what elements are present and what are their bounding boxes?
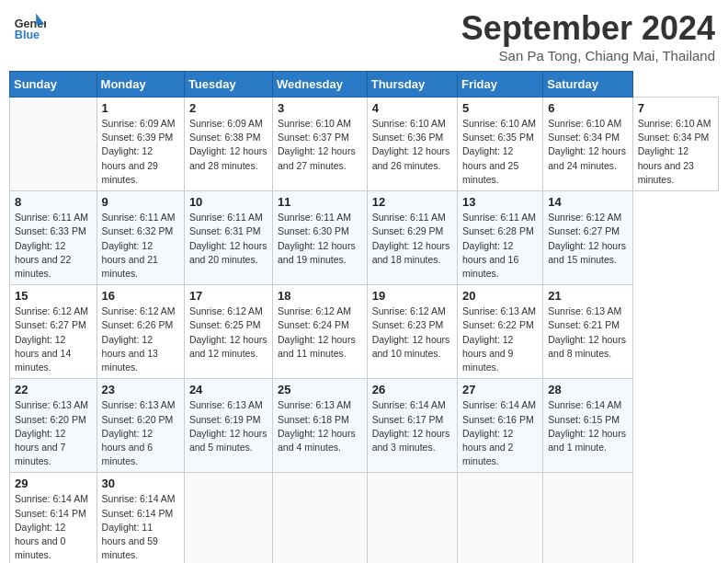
day-info: Sunrise: 6:11 AM Sunset: 6:32 PM Dayligh… xyxy=(102,211,179,281)
day-info: Sunrise: 6:12 AM Sunset: 6:25 PM Dayligh… xyxy=(189,304,267,361)
day-number: 27 xyxy=(462,383,538,396)
weekday-header: Thursday xyxy=(367,72,457,98)
day-number: 2 xyxy=(189,101,267,115)
day-number: 22 xyxy=(15,383,92,396)
day-info: Sunrise: 6:14 AM Sunset: 6:17 PM Dayligh… xyxy=(372,398,452,454)
day-info: Sunrise: 6:14 AM Sunset: 6:15 PM Dayligh… xyxy=(548,398,627,454)
page-header: General Blue September 2024 San Pa Tong,… xyxy=(9,9,719,63)
day-number: 1 xyxy=(102,101,179,115)
day-info: Sunrise: 6:11 AM Sunset: 6:30 PM Dayligh… xyxy=(278,211,362,267)
day-number: 26 xyxy=(372,383,452,396)
day-number: 25 xyxy=(278,383,362,396)
day-cell: 18 Sunrise: 6:12 AM Sunset: 6:24 PM Dayl… xyxy=(273,285,368,379)
calendar-week-row: 1 Sunrise: 6:09 AM Sunset: 6:39 PM Dayli… xyxy=(10,98,719,191)
day-cell: 25 Sunrise: 6:13 AM Sunset: 6:18 PM Dayl… xyxy=(273,379,368,473)
day-cell: 29 Sunrise: 6:14 AM Sunset: 6:14 PM Dayl… xyxy=(10,473,97,563)
day-info: Sunrise: 6:12 AM Sunset: 6:27 PM Dayligh… xyxy=(15,304,92,374)
day-info: Sunrise: 6:10 AM Sunset: 6:34 PM Dayligh… xyxy=(638,117,713,187)
weekday-header: Monday xyxy=(97,72,184,98)
day-info: Sunrise: 6:09 AM Sunset: 6:39 PM Dayligh… xyxy=(102,117,179,187)
empty-day-cell xyxy=(10,98,97,191)
day-info: Sunrise: 6:12 AM Sunset: 6:26 PM Dayligh… xyxy=(102,304,179,374)
day-number: 7 xyxy=(638,101,713,115)
day-number: 10 xyxy=(189,195,267,209)
day-cell: 6 Sunrise: 6:10 AM Sunset: 6:34 PM Dayli… xyxy=(543,98,632,191)
day-number: 20 xyxy=(462,289,538,303)
day-number: 12 xyxy=(372,195,452,209)
day-info: Sunrise: 6:12 AM Sunset: 6:27 PM Dayligh… xyxy=(548,211,627,267)
day-info: Sunrise: 6:13 AM Sunset: 6:19 PM Dayligh… xyxy=(189,398,267,454)
day-info: Sunrise: 6:13 AM Sunset: 6:22 PM Dayligh… xyxy=(462,304,538,374)
day-cell: 20 Sunrise: 6:13 AM Sunset: 6:22 PM Dayl… xyxy=(458,285,543,379)
day-cell: 7 Sunrise: 6:10 AM Sunset: 6:34 PM Dayli… xyxy=(632,98,718,191)
day-info: Sunrise: 6:12 AM Sunset: 6:23 PM Dayligh… xyxy=(372,304,452,361)
weekday-header: Friday xyxy=(458,72,543,98)
day-number: 8 xyxy=(15,195,92,209)
day-info: Sunrise: 6:12 AM Sunset: 6:24 PM Dayligh… xyxy=(278,304,362,361)
day-cell: 13 Sunrise: 6:11 AM Sunset: 6:28 PM Dayl… xyxy=(458,191,543,285)
weekday-header: Wednesday xyxy=(273,72,368,98)
day-cell: 17 Sunrise: 6:12 AM Sunset: 6:25 PM Dayl… xyxy=(184,285,272,379)
calendar-week-row: 8 Sunrise: 6:11 AM Sunset: 6:33 PM Dayli… xyxy=(10,191,719,285)
day-info: Sunrise: 6:10 AM Sunset: 6:35 PM Dayligh… xyxy=(462,117,538,187)
day-info: Sunrise: 6:13 AM Sunset: 6:21 PM Dayligh… xyxy=(548,304,627,361)
day-number: 17 xyxy=(189,289,267,303)
day-number: 5 xyxy=(462,101,538,115)
day-cell: 2 Sunrise: 6:09 AM Sunset: 6:38 PM Dayli… xyxy=(184,98,272,191)
day-cell: 11 Sunrise: 6:11 AM Sunset: 6:30 PM Dayl… xyxy=(273,191,368,285)
weekday-header: Saturday xyxy=(543,72,632,98)
day-number: 19 xyxy=(372,289,452,303)
day-number: 18 xyxy=(278,289,362,303)
day-cell: 22 Sunrise: 6:13 AM Sunset: 6:20 PM Dayl… xyxy=(10,379,97,473)
month-title: September 2024 xyxy=(461,9,715,48)
day-cell: 4 Sunrise: 6:10 AM Sunset: 6:36 PM Dayli… xyxy=(367,98,457,191)
day-info: Sunrise: 6:13 AM Sunset: 6:20 PM Dayligh… xyxy=(102,398,179,468)
svg-text:Blue: Blue xyxy=(15,29,40,41)
calendar-week-row: 15 Sunrise: 6:12 AM Sunset: 6:27 PM Dayl… xyxy=(10,285,719,379)
day-cell: 10 Sunrise: 6:11 AM Sunset: 6:31 PM Dayl… xyxy=(184,191,272,285)
calendar-week-row: 29 Sunrise: 6:14 AM Sunset: 6:14 PM Dayl… xyxy=(10,473,719,563)
day-cell: 8 Sunrise: 6:11 AM Sunset: 6:33 PM Dayli… xyxy=(10,191,97,285)
day-cell: 30 Sunrise: 6:14 AM Sunset: 6:14 PM Dayl… xyxy=(97,473,184,563)
day-info: Sunrise: 6:11 AM Sunset: 6:31 PM Dayligh… xyxy=(189,211,267,267)
day-info: Sunrise: 6:10 AM Sunset: 6:37 PM Dayligh… xyxy=(278,117,362,173)
day-number: 16 xyxy=(102,289,179,303)
day-cell: 26 Sunrise: 6:14 AM Sunset: 6:17 PM Dayl… xyxy=(367,379,457,473)
logo-icon: General Blue xyxy=(13,9,46,42)
day-number: 15 xyxy=(15,289,92,303)
day-cell: 1 Sunrise: 6:09 AM Sunset: 6:39 PM Dayli… xyxy=(97,98,184,191)
day-info: Sunrise: 6:14 AM Sunset: 6:16 PM Dayligh… xyxy=(462,398,538,468)
day-cell xyxy=(273,473,368,563)
day-cell: 12 Sunrise: 6:11 AM Sunset: 6:29 PM Dayl… xyxy=(367,191,457,285)
day-cell: 16 Sunrise: 6:12 AM Sunset: 6:26 PM Dayl… xyxy=(97,285,184,379)
day-cell: 24 Sunrise: 6:13 AM Sunset: 6:19 PM Dayl… xyxy=(184,379,272,473)
day-info: Sunrise: 6:11 AM Sunset: 6:33 PM Dayligh… xyxy=(15,211,92,281)
day-cell: 27 Sunrise: 6:14 AM Sunset: 6:16 PM Dayl… xyxy=(458,379,543,473)
day-info: Sunrise: 6:13 AM Sunset: 6:18 PM Dayligh… xyxy=(278,398,362,454)
day-number: 14 xyxy=(548,195,627,209)
day-number: 29 xyxy=(15,477,92,490)
day-number: 13 xyxy=(462,195,538,209)
day-number: 4 xyxy=(372,101,452,115)
calendar-table: SundayMondayTuesdayWednesdayThursdayFrid… xyxy=(9,71,719,563)
calendar-week-row: 22 Sunrise: 6:13 AM Sunset: 6:20 PM Dayl… xyxy=(10,379,719,473)
day-number: 6 xyxy=(548,101,627,115)
day-cell: 15 Sunrise: 6:12 AM Sunset: 6:27 PM Dayl… xyxy=(10,285,97,379)
day-info: Sunrise: 6:14 AM Sunset: 6:14 PM Dayligh… xyxy=(15,492,92,562)
day-info: Sunrise: 6:13 AM Sunset: 6:20 PM Dayligh… xyxy=(15,398,92,468)
day-info: Sunrise: 6:10 AM Sunset: 6:36 PM Dayligh… xyxy=(372,117,452,173)
day-info: Sunrise: 6:14 AM Sunset: 6:14 PM Dayligh… xyxy=(102,492,179,562)
day-cell: 21 Sunrise: 6:13 AM Sunset: 6:21 PM Dayl… xyxy=(543,285,632,379)
day-cell xyxy=(184,473,272,563)
day-cell xyxy=(458,473,543,563)
calendar-header-row: SundayMondayTuesdayWednesdayThursdayFrid… xyxy=(10,72,719,98)
day-cell xyxy=(543,473,632,563)
day-number: 11 xyxy=(278,195,362,209)
day-number: 21 xyxy=(548,289,627,303)
day-number: 24 xyxy=(189,383,267,396)
day-cell: 5 Sunrise: 6:10 AM Sunset: 6:35 PM Dayli… xyxy=(458,98,543,191)
logo: General Blue xyxy=(13,9,46,42)
day-number: 30 xyxy=(102,477,179,490)
day-cell: 23 Sunrise: 6:13 AM Sunset: 6:20 PM Dayl… xyxy=(97,379,184,473)
weekday-header: Tuesday xyxy=(184,72,272,98)
